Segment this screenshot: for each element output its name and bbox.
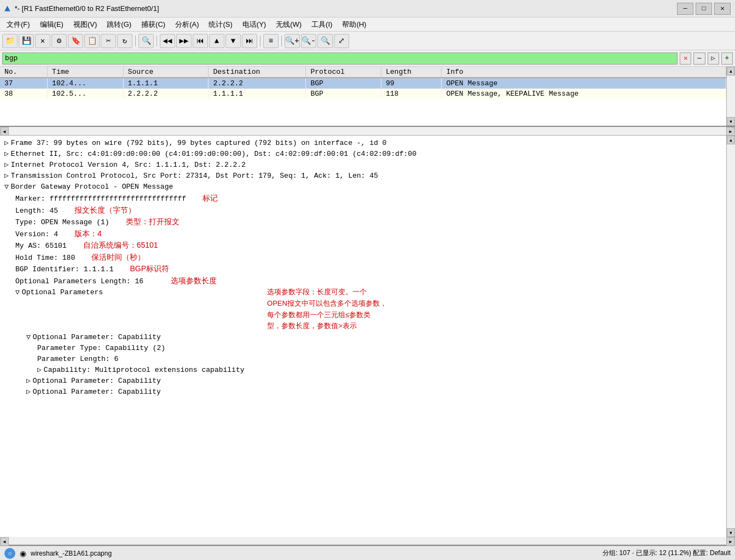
optlen-text: Optional Parameters Length: 16 <box>15 276 143 287</box>
detail-hscroll-right[interactable]: ▶ <box>726 537 735 546</box>
menu-file[interactable]: 文件(F) <box>2 19 34 31</box>
maximize-button[interactable]: □ <box>696 3 712 15</box>
packet-vscroll-down[interactable]: ▼ <box>727 117 735 126</box>
table-row[interactable]: 37 102.4... 1.1.1.1 2.2.2.2 BGP 99 OPEN … <box>0 78 726 89</box>
filter-clear-button[interactable]: ✕ <box>680 52 691 65</box>
menu-wireless[interactable]: 无线(W) <box>271 19 306 31</box>
filter-input[interactable] <box>2 52 678 65</box>
detail-line-optlen: Optional Parameters Length: 16 选项参数长度 <box>15 275 722 287</box>
toolbar-close[interactable]: ✕ <box>35 34 50 48</box>
menu-edit[interactable]: 编辑(E) <box>36 19 68 31</box>
packet-vscroll-up[interactable]: ▲ <box>727 67 735 75</box>
param-len-text: Parameter Length: 6 <box>37 354 118 365</box>
toolbar-refresh[interactable]: ↻ <box>117 34 132 48</box>
detail-vscroll-down[interactable]: ▼ <box>727 528 735 537</box>
expand-icon-tcp[interactable]: ▷ <box>4 171 9 182</box>
toolbar-bookmark[interactable]: 🔖 <box>68 34 83 48</box>
main-container: No. Time Source Destination Protocol Len… <box>0 67 735 546</box>
filter-bookmark-button[interactable]: — <box>693 52 705 65</box>
minimize-button[interactable]: — <box>677 3 693 15</box>
detail-line-optional-params[interactable]: ▽ Optional Parameters 选项参数字段：长度可变。一个 OPE… <box>15 287 722 332</box>
menu-phone[interactable]: 电话(Y) <box>238 19 270 31</box>
detail-line-opt-cap2[interactable]: ▷ Optional Parameter: Capability <box>26 376 722 387</box>
filter-add-button[interactable]: + <box>721 52 733 65</box>
expand-icon-multiprotocol[interactable]: ▷ <box>37 365 42 376</box>
toolbar-zoom-out[interactable]: 🔍- <box>301 34 316 48</box>
opt-cap1-text: Optional Parameter: Capability <box>33 332 161 343</box>
toolbar-zoom-in[interactable]: 🔍+ <box>285 34 300 48</box>
toolbar-go-up[interactable]: ▲ <box>209 34 224 48</box>
col-time: Time <box>48 67 124 78</box>
detail-vscroll-track <box>727 144 735 528</box>
filter-arrow-button[interactable]: ▷ <box>708 52 719 65</box>
expand-icon-opt-cap2[interactable]: ▷ <box>26 376 31 387</box>
detail-line-multiprotocol[interactable]: ▷ Capability: Multiprotocol extensions c… <box>37 365 722 376</box>
toolbar-resize[interactable]: ⤢ <box>334 34 349 48</box>
close-button[interactable]: ✕ <box>714 3 731 15</box>
cell-length: 118 <box>381 89 441 99</box>
expand-icon-optional[interactable]: ▽ <box>15 287 20 298</box>
menu-analyze[interactable]: 分析(A) <box>171 19 203 31</box>
expand-icon-frame[interactable]: ▷ <box>4 138 9 149</box>
cell-source: 1.1.1.1 <box>123 78 209 89</box>
status-bar: ○ ◉ wireshark_-ZB1A61.pcapng 分组: 107 · 已… <box>0 546 735 560</box>
menu-view[interactable]: 视图(V) <box>69 19 101 31</box>
toolbar-copy[interactable]: 📋 <box>84 34 100 48</box>
menu-help[interactable]: 帮助(H) <box>338 19 371 31</box>
detail-line-type: Type: OPEN Message (1) 类型：打开报文 <box>15 216 722 228</box>
toolbar-open[interactable]: 📁 <box>2 34 18 48</box>
ip-text: Internet Protocol Version 4, Src: 1.1.1.… <box>11 160 246 171</box>
optional-annotation-block: 选项参数字段：长度可变。一个 OPEN报文中可以包含多个选项参数， 每个参数都用… <box>267 287 387 332</box>
packet-hscroll-right[interactable]: ▶ <box>726 127 735 136</box>
detail-line-ethernet[interactable]: ▷ Ethernet II, Src: c4:01:09:d0:00:00 (c… <box>4 149 722 160</box>
packet-vscroll-track <box>727 75 735 117</box>
toolbar-back[interactable]: ◀◀ <box>160 34 175 48</box>
packet-hscroll-left[interactable]: ◀ <box>0 127 9 136</box>
table-row[interactable]: 38 102.5... 2.2.2.2 1.1.1.1 BGP 118 OPEN… <box>0 89 726 99</box>
toolbar-coloring[interactable]: ≡ <box>263 34 279 48</box>
expand-icon-opt-cap1[interactable]: ▽ <box>26 332 31 343</box>
status-running: ◉ <box>20 549 26 558</box>
toolbar-save[interactable]: 💾 <box>19 34 34 48</box>
marker-text: Marker: ffffffffffffffffffffffffffffffff <box>15 194 186 205</box>
length-text: Length: 45 <box>15 206 58 217</box>
cell-protocol: BGP <box>306 89 381 99</box>
detail-hscroll-left[interactable]: ◀ <box>0 537 9 546</box>
packet-hscroll-track <box>9 127 726 135</box>
detail-line-bgp[interactable]: ▽ Border Gateway Protocol - OPEN Message <box>4 182 722 192</box>
toolbar-cut[interactable]: ✂ <box>101 34 116 48</box>
detail-line-tcp[interactable]: ▷ Transmission Control Protocol, Src Por… <box>4 171 722 182</box>
detail-line-opt-cap3[interactable]: ▷ Optional Parameter: Capability <box>26 387 722 398</box>
cell-no: 38 <box>0 89 48 99</box>
menu-capture[interactable]: 捕获(C) <box>137 19 170 31</box>
expand-icon-ip[interactable]: ▷ <box>4 160 9 171</box>
menu-tools[interactable]: 工具(I) <box>307 19 337 31</box>
detail-line-version: Version: 4 版本：4 <box>15 228 722 240</box>
status-stats: 分组: 107 · 已显示: 12 (11.2%) 配置: Default <box>603 549 731 558</box>
expand-icon-opt-cap3[interactable]: ▷ <box>26 387 31 398</box>
menu-stats[interactable]: 统计(S) <box>204 19 236 31</box>
toolbar-go-last[interactable]: ⏭ <box>242 34 257 48</box>
col-length: Length <box>381 67 441 78</box>
status-icon: ○ <box>4 548 15 559</box>
expand-icon-ethernet[interactable]: ▷ <box>4 149 9 160</box>
toolbar-zoom-reset[interactable]: 🔍 <box>317 34 333 48</box>
cell-info: OPEN Message, KEEPALIVE Message <box>442 89 726 99</box>
cell-info: OPEN Message <box>442 78 726 89</box>
menu-goto[interactable]: 跳转(G) <box>102 19 136 31</box>
detail-line-frame[interactable]: ▷ Frame 37: 99 bytes on wire (792 bits),… <box>4 138 722 149</box>
toolbar-go-first[interactable]: ⏮ <box>193 34 208 48</box>
detail-line-ip[interactable]: ▷ Internet Protocol Version 4, Src: 1.1.… <box>4 160 722 171</box>
detail-vscroll-up[interactable]: ▲ <box>727 136 735 144</box>
detail-line-length: Length: 45 报文长度（字节） <box>15 205 722 217</box>
toolbar-forward[interactable]: ▶▶ <box>176 34 192 48</box>
expand-icon-bgp[interactable]: ▽ <box>4 182 9 192</box>
optlen-annotation: 选项参数长度 <box>171 275 217 287</box>
detail-line-opt-cap1[interactable]: ▽ Optional Parameter: Capability <box>26 332 722 343</box>
toolbar-go-down[interactable]: ▼ <box>225 34 241 48</box>
toolbar-options[interactable]: ⚙ <box>51 34 67 48</box>
marker-annotation: 标记 <box>202 192 218 204</box>
toolbar-search[interactable]: 🔍 <box>138 34 154 48</box>
cell-source: 2.2.2.2 <box>123 89 209 99</box>
length-annotation: 报文长度（字节） <box>74 205 136 216</box>
